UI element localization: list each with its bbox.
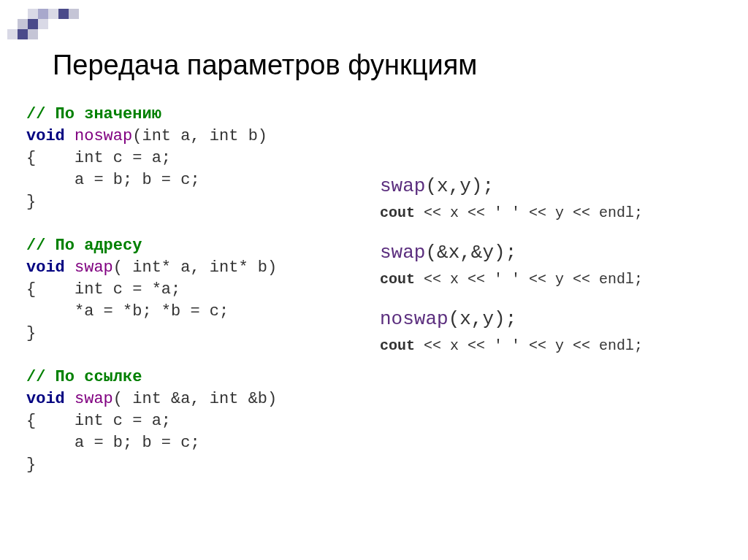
code-line: *a = *b; *b = c; bbox=[26, 302, 229, 321]
code-line: { int c = *a; bbox=[26, 280, 180, 299]
cout-line: cout << x << ' ' << y << endl; bbox=[380, 271, 723, 288]
fn-swap-ref: swap bbox=[65, 390, 113, 408]
fn-name: noswap bbox=[380, 308, 449, 330]
code-left-column: // По значению void noswap(int a, int b)… bbox=[26, 104, 362, 476]
kw-void: void bbox=[26, 390, 65, 408]
cout-rest: << x << ' ' << y << endl; bbox=[415, 204, 643, 221]
code-line: { int c = a; bbox=[26, 149, 171, 167]
cout-line: cout << x << ' ' << y << endl; bbox=[380, 337, 723, 354]
fn-args: (x,y); bbox=[449, 308, 517, 330]
code-line: { int c = a; bbox=[26, 412, 171, 430]
code-block-by-value: // По значению void noswap(int a, int b)… bbox=[26, 104, 362, 476]
cout-rest: << x << ' ' << y << endl; bbox=[415, 337, 643, 354]
params: ( int &a, int &b) bbox=[113, 390, 277, 408]
code-line: } bbox=[26, 456, 36, 474]
code-line: a = b; b = c; bbox=[26, 171, 200, 189]
slide: Передача параметров функциям // По значе… bbox=[0, 0, 748, 560]
fn-noswap: noswap bbox=[65, 127, 132, 145]
call-noswap: noswap(x,y); bbox=[380, 308, 723, 330]
code-line: } bbox=[26, 324, 36, 342]
cout-rest: << x << ' ' << y << endl; bbox=[415, 271, 643, 288]
fn-args: (&x,&y); bbox=[425, 242, 516, 264]
cout-line: cout << x << ' ' << y << endl; bbox=[380, 204, 723, 221]
params: ( int* a, int* b) bbox=[113, 258, 277, 277]
kw-void: void bbox=[26, 127, 65, 145]
call-swap-addr: swap(&x,&y); bbox=[380, 242, 723, 264]
comment-by-address: // По адресу bbox=[26, 237, 142, 255]
kw-void: void bbox=[26, 258, 65, 277]
code-right-column: swap(x,y); cout << x << ' ' << y << endl… bbox=[380, 175, 723, 375]
code-line: a = b; b = c; bbox=[26, 434, 200, 452]
comment-by-value: // По значению bbox=[26, 105, 161, 123]
code-line: } bbox=[26, 193, 36, 211]
fn-args: (x,y); bbox=[425, 175, 494, 197]
params: (int a, int b) bbox=[132, 127, 267, 145]
fn-name: swap bbox=[380, 175, 425, 197]
corner-decoration bbox=[7, 7, 88, 40]
comment-by-reference: // По ссылке bbox=[26, 368, 142, 386]
fn-swap-ptr: swap bbox=[65, 258, 113, 277]
fn-name: swap bbox=[380, 242, 425, 264]
slide-title: Передача параметров функциям bbox=[53, 50, 477, 81]
call-swap-xy: swap(x,y); bbox=[380, 175, 723, 197]
